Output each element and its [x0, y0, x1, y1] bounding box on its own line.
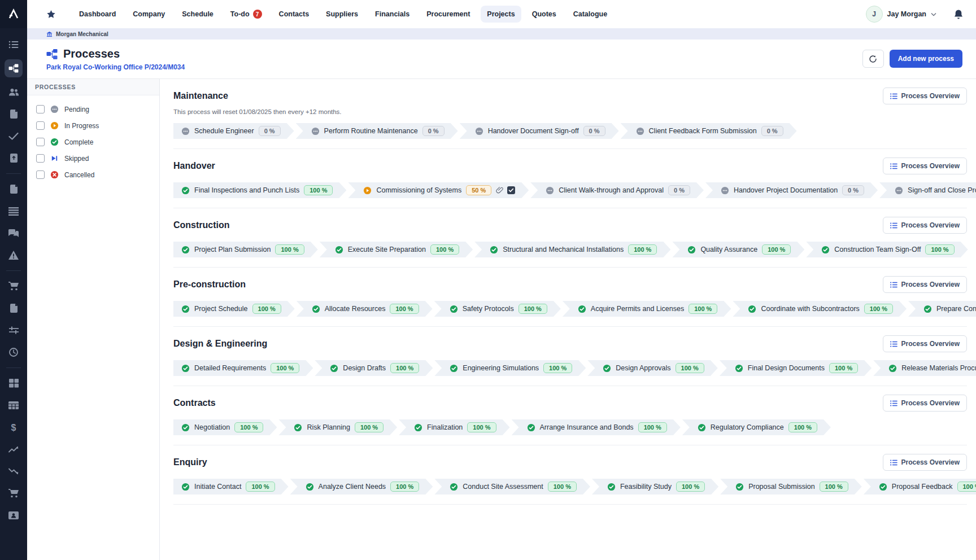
step-analyze-client-needs[interactable]: Analyze Client Needs 100 % — [290, 479, 433, 495]
filter-checkbox[interactable] — [36, 121, 45, 130]
step-coordinate-with-subcontractors[interactable]: Coordinate with Subcontractors 100 % — [733, 301, 907, 317]
process-overview-button[interactable]: Process Overview — [883, 158, 967, 174]
filter-in-progress[interactable]: In Progress — [27, 117, 159, 134]
step-feasibility-study[interactable]: Feasibility Study 100 % — [592, 479, 718, 495]
step-release-materials-procurement[interactable]: Release Materials Procurement 100 % — [873, 360, 976, 376]
nav-item-catalogue[interactable]: Catalogue — [567, 6, 613, 23]
step-construction-team-sign-off[interactable]: Construction Team Sign-Off 100 % — [806, 242, 968, 257]
step-allocate-resources[interactable]: Allocate Resources 100 % — [297, 301, 433, 317]
filter-checkbox[interactable] — [36, 170, 45, 179]
step-proposal-submission[interactable]: Proposal Submission 100 % — [720, 479, 862, 495]
step-handover-document-sign-off[interactable]: Handover Document Sign-off 0 % — [460, 123, 619, 139]
step-conduct-site-assessment[interactable]: Conduct Site Assessment 100 % — [434, 479, 590, 495]
step-finalization[interactable]: Finalization 100 % — [399, 419, 509, 435]
nav-item-schedule[interactable]: Schedule — [176, 6, 220, 23]
project-link[interactable]: Park Royal Co-Working Office P/2024/M034 — [46, 63, 185, 71]
step-prepare-construction-site[interactable]: Prepare Construction Site 100 % — [908, 301, 976, 317]
nav-item-quotes[interactable]: Quotes — [526, 6, 563, 23]
rail-check-icon[interactable] — [5, 129, 23, 143]
filter-skipped[interactable]: Skipped — [27, 150, 159, 167]
rail-list-icon[interactable] — [5, 37, 23, 52]
step-final-design-documents[interactable]: Final Design Documents 100 % — [720, 360, 872, 376]
notifications-bell-icon[interactable] — [953, 9, 964, 20]
step-sign-off-and-close-project[interactable]: Sign-off and Close Project 0 % — [879, 182, 976, 198]
rail-warning-icon[interactable] — [5, 248, 23, 262]
refresh-button[interactable] — [862, 50, 884, 68]
filter-checkbox[interactable] — [36, 154, 45, 163]
rail-file-export-icon[interactable] — [5, 151, 23, 165]
step-client-walk-through-and-approval[interactable]: Client Walk-through and Approval 0 % — [530, 182, 704, 198]
process-overview-button[interactable]: Process Overview — [883, 395, 967, 412]
step-proposal-feedback[interactable]: Proposal Feedback 100 % — [864, 479, 976, 495]
filter-cancelled[interactable]: Cancelled — [27, 167, 159, 183]
nav-item-contacts[interactable]: Contacts — [273, 6, 315, 23]
nav-item-company[interactable]: Company — [127, 6, 171, 23]
rail-trend-down-icon[interactable] — [5, 464, 23, 479]
rail-clock-icon[interactable] — [5, 345, 23, 360]
step-design-approvals[interactable]: Design Approvals 100 % — [587, 360, 717, 376]
nav-item-financials[interactable]: Financials — [369, 6, 416, 23]
list-icon — [890, 282, 897, 288]
step-acquire-permits-and-licenses[interactable]: Acquire Permits and Licenses 100 % — [563, 301, 731, 317]
step-schedule-engineer[interactable]: Schedule Engineer 0 % — [173, 123, 294, 139]
process-overview-button[interactable]: Process Overview — [883, 335, 967, 352]
progress-badge: 100 % — [957, 482, 976, 492]
step-detailed-requirements[interactable]: Detailed Requirements 100 % — [173, 360, 313, 376]
nav-item-dashboard[interactable]: Dashboard — [73, 6, 122, 23]
step-handover-project-documentation[interactable]: Handover Project Documentation 0 % — [705, 182, 878, 198]
step-risk-planning[interactable]: Risk Planning 100 % — [278, 419, 397, 435]
process-overview-button[interactable]: Process Overview — [883, 88, 967, 104]
rail-table-icon[interactable] — [5, 398, 23, 413]
rail-document-icon[interactable] — [5, 182, 23, 196]
process-overview-button[interactable]: Process Overview — [883, 276, 967, 293]
step-safety-protocols[interactable]: Safety Protocols 100 % — [434, 301, 561, 317]
rail-cart-icon[interactable] — [5, 279, 23, 294]
step-structural-and-mechanical-installations[interactable]: Structural and Mechanical Installations … — [474, 242, 670, 257]
filter-complete[interactable]: Complete — [27, 134, 159, 150]
rail-trend-up-icon[interactable] — [5, 442, 23, 457]
step-engineering-simulations[interactable]: Engineering Simulations 100 % — [434, 360, 586, 376]
rail-users-icon[interactable] — [5, 85, 23, 99]
rail-processes-icon[interactable] — [5, 59, 23, 77]
user-name: Jay Morgan — [887, 10, 926, 18]
step-perform-routine-maintenance[interactable]: Perform Routine Maintenance 0 % — [296, 123, 458, 139]
step-execute-site-preparation[interactable]: Execute Site Preparation 100 % — [320, 242, 473, 257]
pending-status-icon — [181, 127, 190, 135]
step-quality-assurance[interactable]: Quality Assurance 100 % — [672, 242, 804, 257]
nav-item-suppliers[interactable]: Suppliers — [320, 6, 364, 23]
breadcrumb[interactable]: Morgan Mechanical — [27, 28, 976, 40]
process-overview-button[interactable]: Process Overview — [883, 454, 967, 471]
process-overview-button[interactable]: Process Overview — [883, 217, 967, 234]
rail-chat-icon[interactable] — [5, 226, 23, 240]
step-project-plan-submission[interactable]: Project Plan Submission 100 % — [173, 242, 318, 257]
step-final-inspections-and-punch-lists[interactable]: Final Inspections and Punch Lists 100 % — [173, 182, 346, 198]
step-arrange-insurance-and-bonds[interactable]: Arrange Insurance and Bonds 100 % — [512, 419, 681, 435]
rail-document-icon[interactable] — [5, 301, 23, 316]
step-commissioning-of-systems[interactable]: Commissioning of Systems 50 % — [348, 182, 529, 198]
user-menu[interactable]: J Jay Morgan — [866, 6, 936, 23]
nav-item-procurement[interactable]: Procurement — [420, 6, 476, 23]
rail-dollar-icon[interactable]: $ — [5, 420, 23, 435]
rail-user-card-icon[interactable] — [5, 508, 23, 523]
rail-rows-icon[interactable] — [5, 204, 23, 218]
add-new-process-button[interactable]: Add new process — [890, 50, 962, 68]
nav-item-projects[interactable]: Projects — [481, 6, 521, 23]
step-project-schedule[interactable]: Project Schedule 100 % — [173, 301, 295, 317]
rail-document-icon[interactable] — [5, 107, 23, 121]
company-logo[interactable] — [0, 0, 27, 28]
rail-cart-icon[interactable] — [5, 486, 23, 501]
rail-tune-icon[interactable] — [5, 323, 23, 338]
nav-item-to-do[interactable]: To-do7 — [224, 5, 268, 23]
step-design-drafts[interactable]: Design Drafts 100 % — [315, 360, 433, 376]
step-regulatory-compliance[interactable]: Regulatory Compliance 100 % — [682, 419, 831, 435]
rail-grid-icon[interactable] — [5, 376, 23, 391]
complete-status-icon — [527, 423, 535, 432]
step-client-feedback-form-submission[interactable]: Client Feedback Form Submission 0 % — [621, 123, 797, 139]
step-negotiation[interactable]: Negotiation 100 % — [173, 419, 277, 435]
favorites-star-icon[interactable] — [46, 10, 56, 19]
filter-pending[interactable]: Pending — [27, 101, 159, 117]
filter-checkbox[interactable] — [36, 138, 45, 146]
filter-checkbox[interactable] — [36, 105, 45, 113]
process-section-pre-construction: Pre-construction Process Overview Projec… — [173, 268, 967, 327]
step-initiate-contact[interactable]: Initiate Contact 100 % — [173, 479, 289, 495]
